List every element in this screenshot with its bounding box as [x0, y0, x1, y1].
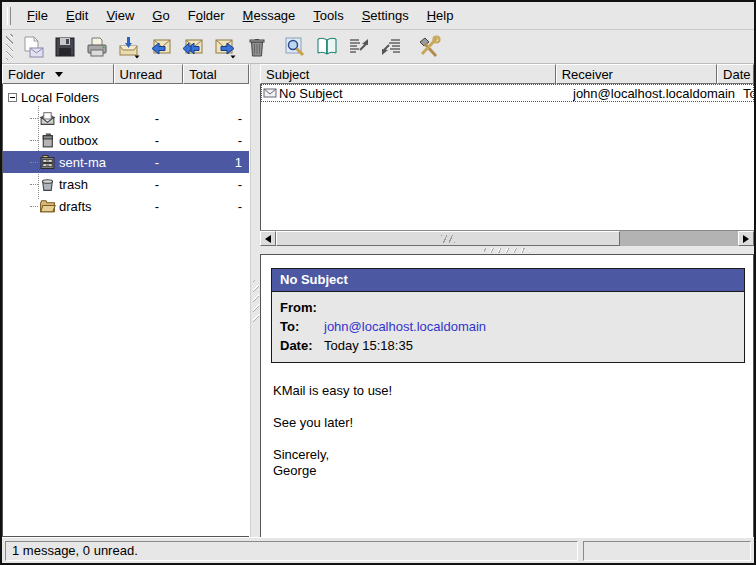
thumb-grip-icon — [441, 235, 455, 243]
folder-name: outbox — [59, 133, 131, 148]
date-value: Today 15:18:35 — [324, 336, 413, 355]
forward-button[interactable] — [210, 32, 240, 62]
reply-all-icon — [181, 35, 205, 59]
print-button[interactable] — [82, 32, 112, 62]
message-body: KMail is easy to use! See you later! Sin… — [273, 383, 753, 479]
menu-folder[interactable]: Folder — [179, 4, 234, 27]
menu-settings[interactable]: Settings — [353, 4, 418, 27]
status-message: 1 message, 0 unread. — [5, 541, 578, 561]
message-list-header: Subject Receiver Date — [260, 64, 754, 84]
splitter-grip-icon — [484, 248, 530, 253]
menu-message[interactable]: Message — [234, 4, 305, 27]
column-header-date[interactable]: Date — [717, 64, 754, 84]
folder-name: trash — [59, 177, 131, 192]
collapse-expander-icon[interactable] — [8, 93, 17, 102]
message-list-pane: Subject Receiver Date No Subject jo — [260, 64, 754, 246]
folder-root-label: Local Folders — [21, 90, 99, 105]
sort-arrow-icon — [55, 72, 63, 77]
previous-unread-button[interactable] — [344, 32, 374, 62]
from-label: From: — [280, 298, 324, 317]
reply-icon — [149, 35, 173, 59]
folder-unread-count: - — [131, 155, 187, 170]
scrollbar-track[interactable] — [620, 231, 738, 246]
date-row: Date: Today 15:18:35 — [280, 336, 736, 355]
folder-pane-header: Folder Unread Total — [2, 64, 249, 84]
main-toolbar — [2, 30, 754, 64]
to-address-link[interactable]: john@localhost.localdomain — [324, 317, 486, 336]
forward-icon — [213, 35, 237, 59]
folder-root-local-folders[interactable]: Local Folders — [3, 87, 249, 107]
message-header-box: No Subject From: To: john@localhost.loca… — [271, 268, 745, 363]
menu-view[interactable]: View — [97, 4, 143, 27]
folder-unread-count: - — [131, 199, 187, 214]
folder-item-outbox[interactable]: outbox - - — [3, 129, 249, 151]
configure-icon — [417, 35, 441, 59]
folder-total-count: - — [187, 133, 249, 148]
menubar-grip[interactable] — [7, 7, 11, 25]
check-mail-button[interactable] — [114, 32, 144, 62]
folder-item-drafts[interactable]: drafts - - — [3, 195, 249, 217]
folder-item-trash[interactable]: trash - - — [3, 173, 249, 195]
save-icon — [53, 35, 77, 59]
new-message-button[interactable] — [18, 32, 48, 62]
menu-file[interactable]: File — [18, 4, 57, 27]
folder-total-count: - — [187, 177, 249, 192]
scroll-left-button[interactable] — [260, 231, 276, 246]
folder-name: drafts — [59, 199, 131, 214]
previous-unread-icon — [347, 35, 371, 59]
scrollbar-thumb[interactable] — [276, 231, 620, 246]
horizontal-splitter[interactable] — [260, 246, 754, 254]
main-content: Folder Unread Total Local Folders — [2, 64, 754, 537]
right-pane: Subject Receiver Date No Subject jo — [260, 64, 754, 537]
menu-edit[interactable]: Edit — [57, 4, 97, 27]
check-mail-icon — [117, 35, 141, 59]
message-viewer: No Subject From: To: john@localhost.loca… — [260, 254, 754, 537]
column-header-subject[interactable]: Subject — [260, 64, 556, 84]
column-header-folder[interactable]: Folder — [2, 64, 114, 84]
trash-icon — [245, 35, 269, 59]
folder-item-sent-ma[interactable]: sent-ma - 1 — [3, 151, 249, 173]
menu-go[interactable]: Go — [143, 4, 178, 27]
message-subject-cell: No Subject — [262, 86, 573, 101]
address-book-button[interactable] — [312, 32, 342, 62]
date-label: Date: — [280, 336, 324, 355]
message-date-cell: Today 15:18:35 — [743, 86, 753, 101]
menubar: File Edit View Go Folder Message Tools S… — [2, 2, 754, 30]
menu-help[interactable]: Help — [418, 4, 463, 27]
menu-tools[interactable]: Tools — [304, 4, 352, 27]
reply-button[interactable] — [146, 32, 176, 62]
drafts-folder-icon — [39, 198, 56, 215]
folder-total-count: - — [187, 199, 249, 214]
message-header-fields: From: To: john@localhost.localdomain Dat… — [272, 292, 744, 362]
column-header-unread[interactable]: Unread — [114, 64, 184, 84]
sent-mail-icon — [39, 154, 56, 171]
vertical-splitter[interactable] — [250, 64, 260, 537]
column-header-total[interactable]: Total — [183, 64, 249, 84]
configure-button[interactable] — [414, 32, 444, 62]
outbox-icon — [39, 132, 56, 149]
new-message-icon — [21, 35, 45, 59]
folder-unread-count: - — [131, 111, 187, 126]
folder-item-inbox[interactable]: inbox - - — [3, 107, 249, 129]
horizontal-scrollbar — [260, 230, 754, 246]
message-row[interactable]: No Subject john@localhost.localdomain To… — [261, 84, 754, 102]
next-unread-button[interactable] — [376, 32, 406, 62]
from-row: From: — [280, 298, 736, 317]
folder-total-count: - — [187, 111, 249, 126]
find-button[interactable] — [280, 32, 310, 62]
address-book-icon — [315, 35, 339, 59]
save-button[interactable] — [50, 32, 80, 62]
folder-unread-count: - — [131, 177, 187, 192]
next-unread-icon — [379, 35, 403, 59]
column-header-receiver[interactable]: Receiver — [556, 64, 717, 84]
trash-button[interactable] — [242, 32, 272, 62]
scroll-right-button[interactable] — [738, 231, 754, 246]
find-icon — [283, 35, 307, 59]
reply-all-button[interactable] — [178, 32, 208, 62]
statusbar: 1 message, 0 unread. — [2, 537, 754, 563]
scroll-left-icon — [265, 235, 271, 243]
kmail-window: File Edit View Go Folder Message Tools S… — [0, 0, 756, 565]
toolbar-grip[interactable] — [6, 34, 13, 60]
folder-total-count: 1 — [187, 155, 249, 170]
folder-unread-count: - — [131, 133, 187, 148]
